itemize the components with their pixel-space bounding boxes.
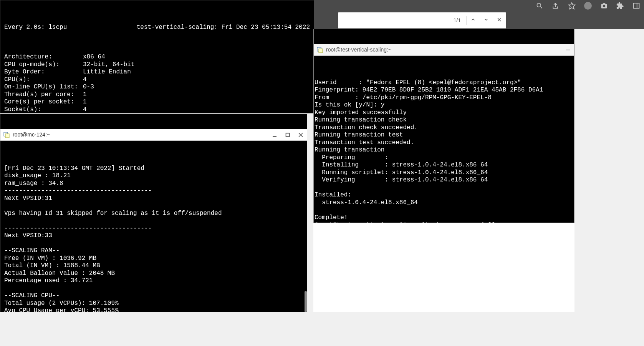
- camera-icon[interactable]: [600, 2, 608, 10]
- terminal-line: [4, 202, 303, 210]
- terminal-line: [315, 206, 574, 214]
- terminal-output: Userid : "Fedora EPEL (8) <epel@fedorapr…: [314, 71, 574, 223]
- putty-icon: [3, 132, 10, 138]
- terminal-line: Transaction check succeeded.: [315, 124, 574, 132]
- terminal-line: [315, 184, 574, 192]
- svg-point-3: [584, 2, 592, 10]
- terminal-line: Running scriptlet: stress-1.0.4-24.el8.x…: [315, 169, 574, 177]
- terminal-line: ram_usage : 34.8: [4, 180, 303, 188]
- svg-rect-18: [319, 49, 323, 53]
- lscpu-value: 4: [83, 106, 87, 113]
- search-icon[interactable]: [536, 2, 543, 10]
- terminal-line: Preparing :: [315, 154, 574, 162]
- page-blank-area: [313, 223, 574, 312]
- find-in-page-bar: 1/1: [338, 12, 506, 28]
- terminal-line: [4, 285, 303, 293]
- watch-command: Every 2.0s: lscpu: [4, 24, 137, 32]
- find-count: 1/1: [448, 17, 466, 23]
- lscpu-row: Core(s) per socket:1: [4, 98, 310, 106]
- terminal-line: ----------------------------------------: [4, 225, 303, 233]
- terminal-line: [4, 240, 303, 248]
- terminal-line: stress-1.0.4-24.el8.x86_64: [315, 199, 574, 207]
- lscpu-row: Byte Order:Little Endian: [4, 68, 310, 76]
- terminal-line: Is this ok [y/N]: y: [315, 101, 574, 109]
- titlebar: root@mc-124:~: [0, 129, 307, 141]
- lscpu-row: On-line CPU(s) list:0-3: [4, 83, 310, 91]
- browser-toolbar: [536, 2, 640, 10]
- terminal-line: [root@test-vertical-scaling ~]# stress -…: [315, 221, 574, 223]
- minimize-button[interactable]: [272, 132, 278, 138]
- terminal-line: Avg CPU Usage per vCPU: 53.555%: [4, 307, 303, 312]
- terminal-line: Installed:: [315, 191, 574, 199]
- lscpu-value: 0-3: [83, 83, 94, 90]
- putty-icon: [317, 47, 323, 53]
- lscpu-key: Byte Order:: [4, 68, 83, 76]
- terminal-line: Free (IN VM) : 1036.92 MB: [4, 255, 303, 263]
- terminal-line: [4, 217, 303, 225]
- terminal-line: [Fri Dec 23 10:13:34 GMT 2022] Started: [4, 165, 303, 173]
- svg-marker-2: [569, 3, 575, 9]
- scrollbar-thumb[interactable]: [305, 291, 307, 312]
- lscpu-key: CPU op-mode(s):: [4, 61, 83, 69]
- terminal-line: Transaction test succeeded.: [315, 139, 574, 147]
- lscpu-value: 32-bit, 64-bit: [83, 61, 134, 68]
- lscpu-key: Thread(s) per core:: [4, 91, 83, 99]
- lscpu-value: x86_64: [83, 53, 105, 60]
- terminal-line: Verifying : stress-1.0.4-24.el8.x86_64: [315, 176, 574, 184]
- terminal-line: Total (IN VM) : 1588.44 MB: [4, 262, 303, 270]
- minimize-button[interactable]: [565, 47, 571, 53]
- lscpu-key: Socket(s):: [4, 106, 83, 114]
- lscpu-value: 1: [83, 91, 87, 98]
- terminal-line: --SCALING CPU--: [4, 292, 303, 300]
- lscpu-value: 1: [83, 98, 87, 105]
- svg-point-0: [537, 3, 541, 7]
- share-icon[interactable]: [552, 2, 560, 10]
- terminal-line: --SCALING RAM--: [4, 247, 303, 255]
- find-close-button[interactable]: [493, 17, 506, 24]
- terminal-line: Total usage (2 VCPUs): 107.109%: [4, 300, 303, 308]
- svg-rect-14: [286, 133, 290, 136]
- terminal-line: Running transaction check: [315, 116, 574, 124]
- find-next-button[interactable]: [480, 17, 493, 24]
- terminal-line: Actual Balloon Value : 2048 MB: [4, 270, 303, 278]
- terminal-line: disk_usage : 18.21: [4, 172, 303, 180]
- terminal-line: Userid : "Fedora EPEL (8) <epel@fedorapr…: [315, 79, 574, 87]
- close-button[interactable]: [298, 132, 304, 138]
- svg-rect-6: [603, 3, 606, 4]
- terminal-window-vertical-scaling[interactable]: root@test-vertical-scaling:~ Userid : "F…: [313, 29, 574, 223]
- terminal-line: Next VPSID:33: [4, 232, 303, 240]
- lscpu-row: CPU op-mode(s):32-bit, 64-bit: [4, 61, 310, 69]
- lscpu-key: On-line CPU(s) list:: [4, 83, 83, 91]
- terminal-line: Installing : stress-1.0.4-24.el8.x86_64: [315, 161, 574, 169]
- lscpu-row: Architecture:x86_64: [4, 53, 310, 61]
- terminal-line: Running transaction test: [315, 131, 574, 139]
- terminal-line: Fingerprint: 94E2 79EB 8D8F 25B2 1810 AD…: [315, 86, 574, 94]
- lscpu-value: Little Endian: [83, 68, 131, 75]
- extensions-icon[interactable]: [616, 2, 624, 10]
- maximize-button[interactable]: [285, 132, 291, 138]
- window-title: root@test-vertical-scaling:~: [326, 46, 565, 54]
- terminal-window-lscpu[interactable]: Every 2.0s: lscputest-vertical-scaling: …: [0, 0, 314, 113]
- lscpu-key: CPU(s):: [4, 76, 83, 84]
- svg-rect-12: [5, 134, 9, 138]
- star-icon[interactable]: [568, 2, 576, 10]
- profile-icon[interactable]: [584, 2, 592, 10]
- lscpu-row: Thread(s) per core:1: [4, 91, 310, 99]
- watch-host-time: test-vertical-scaling: Fri Dec 23 05:13:…: [137, 24, 310, 32]
- terminal-window-mc124[interactable]: root@mc-124:~ [Fri Dec 23 10:13:34 GMT 2…: [0, 114, 307, 312]
- terminal-line: From : /etc/pki/rpm-gpg/RPM-GPG-KEY-EPEL…: [315, 94, 574, 102]
- lscpu-value: 4: [83, 76, 87, 83]
- svg-line-1: [541, 7, 542, 8]
- terminal-line: Running transaction: [315, 146, 574, 154]
- window-title: root@mc-124:~: [13, 131, 272, 139]
- terminal-line: Percentage used : 34.721: [4, 277, 303, 285]
- terminal-line: ----------------------------------------: [4, 187, 303, 195]
- lscpu-row: Socket(s):4: [4, 106, 310, 114]
- find-prev-button[interactable]: [467, 17, 480, 24]
- terminal-line: Complete!: [315, 214, 574, 222]
- panel-icon[interactable]: [632, 2, 640, 10]
- terminal-output: Every 2.0s: lscputest-vertical-scaling: …: [0, 15, 314, 113]
- lscpu-key: Architecture:: [4, 53, 83, 61]
- lscpu-key: Core(s) per socket:: [4, 98, 83, 106]
- titlebar: root@test-vertical-scaling:~: [314, 44, 574, 56]
